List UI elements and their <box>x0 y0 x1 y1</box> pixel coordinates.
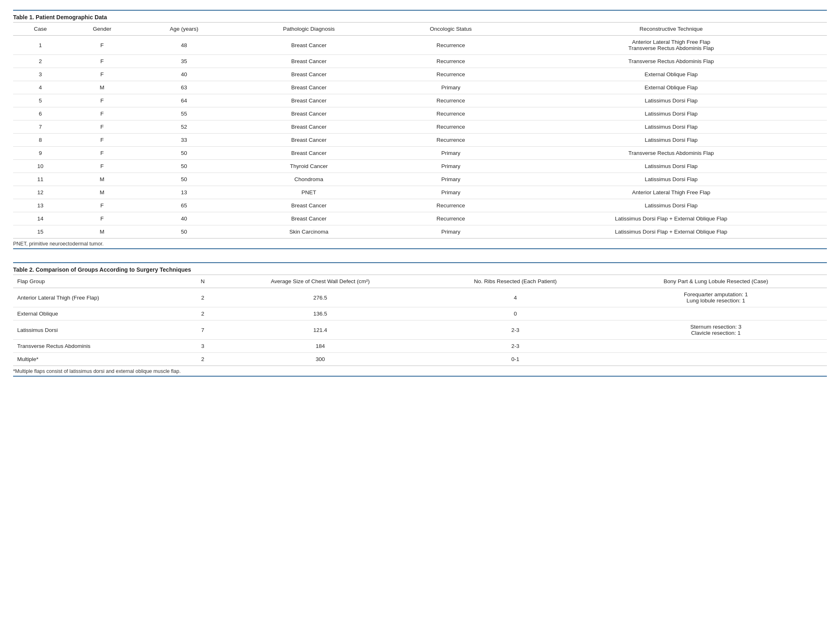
table1: Case Gender Age (years) Pathologic Diagn… <box>13 22 827 238</box>
cell-oncologic: Recurrence <box>386 55 516 68</box>
cell-case: 5 <box>13 94 68 107</box>
cell-case: 8 <box>13 134 68 147</box>
cell-bony <box>605 307 827 320</box>
cell-gender: M <box>68 173 136 186</box>
cell-case: 2 <box>13 55 68 68</box>
table1-body: 1 F 48 Breast Cancer Recurrence Anterior… <box>13 36 827 238</box>
cell-technique: Latissimus Dorsi Flap <box>515 94 827 107</box>
table1-bottom-border <box>13 248 827 249</box>
cell-case: 3 <box>13 68 68 81</box>
col-case: Case <box>13 23 68 36</box>
table-row: External Oblique 2 136.5 0 <box>13 307 827 320</box>
cell-oncologic: Primary <box>386 81 516 94</box>
table-row: Latissimus Dorsi 7 121.4 2-3 Sternum res… <box>13 320 827 340</box>
cell-case: 11 <box>13 173 68 186</box>
table-row: 5 F 64 Breast Cancer Recurrence Latissim… <box>13 94 827 107</box>
col2-ribs: No. Ribs Resected (Each Patient) <box>426 275 605 288</box>
col-age: Age (years) <box>136 23 231 36</box>
cell-gender: F <box>68 120 136 134</box>
cell-age: 33 <box>136 134 231 147</box>
table2-footnote: *Multiple flaps consist of latissimus do… <box>13 368 827 374</box>
cell-diagnosis: Skin Carcinoma <box>231 225 386 238</box>
cell-n: 2 <box>191 288 215 307</box>
cell-technique: External Oblique Flap <box>515 68 827 81</box>
cell-age: 40 <box>136 68 231 81</box>
cell-gender: F <box>68 68 136 81</box>
col2-group: Flap Group <box>13 275 191 288</box>
cell-ribs: 2-3 <box>426 340 605 353</box>
table-row: 15 M 50 Skin Carcinoma Primary Latissimu… <box>13 225 827 238</box>
cell-diagnosis: Breast Cancer <box>231 199 386 212</box>
col-diagnosis: Pathologic Diagnosis <box>231 23 386 36</box>
cell-age: 48 <box>136 36 231 55</box>
cell-age: 50 <box>136 173 231 186</box>
cell-diagnosis: Breast Cancer <box>231 107 386 120</box>
cell-case: 13 <box>13 199 68 212</box>
cell-avg-size: 121.4 <box>215 320 426 340</box>
cell-oncologic: Primary <box>386 225 516 238</box>
cell-oncologic: Recurrence <box>386 94 516 107</box>
col-gender: Gender <box>68 23 136 36</box>
table-row: 1 F 48 Breast Cancer Recurrence Anterior… <box>13 36 827 55</box>
table2-bottom-border <box>13 376 827 377</box>
cell-gender: M <box>68 186 136 199</box>
col2-n: N <box>191 275 215 288</box>
cell-oncologic: Recurrence <box>386 120 516 134</box>
cell-group: Transverse Rectus Abdominis <box>13 340 191 353</box>
cell-gender: F <box>68 55 136 68</box>
cell-case: 12 <box>13 186 68 199</box>
cell-technique: Latissimus Dorsi Flap <box>515 173 827 186</box>
cell-age: 50 <box>136 160 231 173</box>
cell-group: Multiple* <box>13 353 191 366</box>
cell-avg-size: 136.5 <box>215 307 426 320</box>
table2: Flap Group N Average Size of Chest Wall … <box>13 275 827 366</box>
col-oncologic: Oncologic Status <box>386 23 516 36</box>
cell-gender: F <box>68 107 136 120</box>
cell-bony: Sternum resection: 3Clavicle resection: … <box>605 320 827 340</box>
cell-case: 7 <box>13 120 68 134</box>
cell-bony <box>605 340 827 353</box>
cell-gender: F <box>68 212 136 225</box>
cell-diagnosis: Breast Cancer <box>231 81 386 94</box>
cell-case: 6 <box>13 107 68 120</box>
table1-title-rest: Patient Demographic Data <box>34 14 107 20</box>
cell-oncologic: Recurrence <box>386 212 516 225</box>
cell-oncologic: Primary <box>386 173 516 186</box>
cell-oncologic: Primary <box>386 160 516 173</box>
cell-technique: Latissimus Dorsi Flap <box>515 107 827 120</box>
cell-diagnosis: Breast Cancer <box>231 134 386 147</box>
table-row: 4 M 63 Breast Cancer Primary External Ob… <box>13 81 827 94</box>
cell-diagnosis: Breast Cancer <box>231 36 386 55</box>
cell-age: 64 <box>136 94 231 107</box>
cell-diagnosis: Breast Cancer <box>231 55 386 68</box>
table-row: 11 M 50 Chondroma Primary Latissimus Dor… <box>13 173 827 186</box>
cell-oncologic: Recurrence <box>386 199 516 212</box>
table2-body: Anterior Lateral Thigh (Free Flap) 2 276… <box>13 288 827 366</box>
table2-container: Table 2. Comparison of Groups According … <box>13 262 827 377</box>
table-row: Anterior Lateral Thigh (Free Flap) 2 276… <box>13 288 827 307</box>
cell-gender: F <box>68 160 136 173</box>
cell-diagnosis: Breast Cancer <box>231 94 386 107</box>
cell-technique: External Oblique Flap <box>515 81 827 94</box>
cell-technique: Latissimus Dorsi Flap + External Oblique… <box>515 212 827 225</box>
cell-age: 35 <box>136 55 231 68</box>
cell-gender: M <box>68 225 136 238</box>
cell-oncologic: Primary <box>386 147 516 160</box>
cell-age: 52 <box>136 120 231 134</box>
cell-diagnosis: Thyroid Cancer <box>231 160 386 173</box>
cell-age: 55 <box>136 107 231 120</box>
table-row: 7 F 52 Breast Cancer Recurrence Latissim… <box>13 120 827 134</box>
cell-technique: Latissimus Dorsi Flap + External Oblique… <box>515 225 827 238</box>
cell-age: 40 <box>136 212 231 225</box>
cell-oncologic: Recurrence <box>386 68 516 81</box>
cell-gender: F <box>68 134 136 147</box>
table2-header-row: Flap Group N Average Size of Chest Wall … <box>13 275 827 288</box>
cell-case: 15 <box>13 225 68 238</box>
table-row: 6 F 55 Breast Cancer Recurrence Latissim… <box>13 107 827 120</box>
cell-age: 50 <box>136 147 231 160</box>
table-row: 3 F 40 Breast Cancer Recurrence External… <box>13 68 827 81</box>
cell-technique: Anterior Lateral Thigh Free FlapTransver… <box>515 36 827 55</box>
table1-footnote: PNET, primitive neuroectodermal tumor. <box>13 241 827 247</box>
table-row: 10 F 50 Thyroid Cancer Primary Latissimu… <box>13 160 827 173</box>
cell-oncologic: Recurrence <box>386 36 516 55</box>
